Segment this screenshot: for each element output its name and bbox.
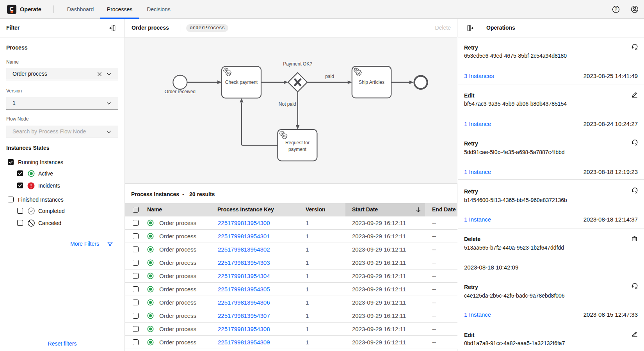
svg-text:?: ? [615,7,617,12]
svg-text:Payment OK?: Payment OK? [283,61,312,67]
svg-text:Not paid: Not paid [279,101,296,107]
svg-text:Request for: Request for [285,140,310,145]
svg-text:Check payment: Check payment [225,80,258,85]
svg-text:Ship Articles: Ship Articles [359,80,384,85]
svg-text:Order received: Order received [165,89,196,94]
svg-text:payment: payment [288,147,307,152]
svg-text:paid: paid [325,74,334,79]
